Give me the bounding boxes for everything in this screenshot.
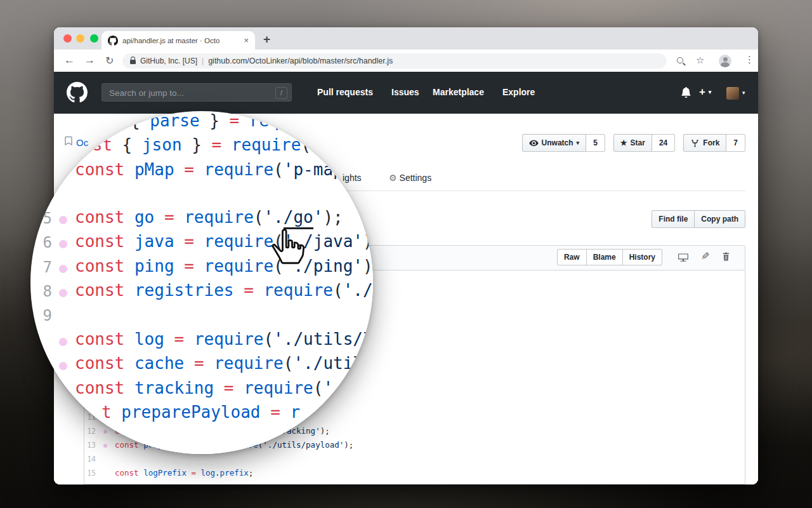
code-token: require [194, 330, 264, 349]
code-text: const go = require('./go'); [75, 208, 343, 227]
repo-breadcrumb[interactable]: Oc [76, 137, 88, 148]
hand-cursor-icon [268, 227, 306, 265]
fork-group: Fork 7 [683, 134, 745, 152]
code-token: log [201, 468, 216, 478]
gear-icon: ⚙ [389, 173, 397, 183]
edit-pencil-icon[interactable]: ✎ [701, 250, 709, 262]
code-token [204, 354, 214, 373]
code-token [174, 160, 185, 179]
code-token: const [75, 281, 124, 300]
code-token: . [215, 468, 220, 478]
caret-down-icon: ▾ [577, 140, 580, 146]
lock-icon [130, 60, 136, 64]
fork-count[interactable]: 7 [726, 134, 745, 152]
code-token [124, 354, 134, 373]
search-input[interactable] [108, 85, 269, 101]
open-desktop-icon[interactable] [678, 251, 689, 263]
octolinker-dot [59, 289, 67, 297]
bookmark-star-icon[interactable]: ☆ [696, 55, 704, 66]
code-token: '. [263, 208, 283, 227]
star-count[interactable]: 24 [652, 134, 675, 152]
octolinker-dot [59, 216, 67, 224]
code-token: = [164, 208, 174, 227]
code-token [124, 257, 134, 276]
avatar-caret-icon[interactable]: ▾ [742, 90, 745, 96]
code-token [124, 232, 134, 251]
octolinker-dot [59, 265, 67, 273]
code-token: ); [323, 208, 343, 227]
code-token [194, 232, 204, 251]
security-label: GitHub, Inc. [US] [140, 57, 197, 65]
nav-explore[interactable]: Explore [502, 87, 535, 97]
close-window-button[interactable] [63, 34, 72, 43]
nav-marketplace[interactable]: Marketplace [433, 87, 484, 97]
forward-icon[interactable]: → [84, 54, 95, 67]
browser-menu-icon[interactable]: ⋮ [745, 54, 754, 65]
delete-trash-icon[interactable] [721, 251, 731, 262]
octolinker-dot [59, 240, 67, 248]
nav-pull-requests[interactable]: Pull requests [317, 87, 373, 97]
code-text: t preparePayload = r [102, 403, 300, 422]
blame-button[interactable]: Blame [587, 249, 623, 265]
browser-profile-avatar[interactable] [719, 55, 731, 67]
code-token [124, 160, 134, 179]
url-text: github.com/OctoLinker/api/blob/master/sr… [208, 57, 393, 65]
copy-path-button[interactable]: Copy path [695, 210, 745, 228]
magnified-code-line: const log = require('./utils/lo [30, 330, 373, 354]
history-button[interactable]: History [623, 249, 662, 265]
line-number: 14 [79, 455, 96, 464]
star-icon: ★ [620, 138, 627, 147]
star-button[interactable]: ★ Star [613, 134, 652, 152]
code-token: ( [254, 208, 264, 227]
octolinker-link[interactable]: /go [284, 208, 313, 229]
back-icon[interactable]: ← [64, 54, 75, 67]
code-token [174, 232, 185, 251]
reload-icon[interactable]: ↻ [105, 55, 114, 67]
code-text: const logPrefix = log.prefix; [115, 468, 253, 478]
fork-button[interactable]: Fork [683, 134, 726, 152]
blob-view-buttons: Raw Blame History [557, 249, 662, 265]
code-token: = [184, 232, 194, 251]
zoom-page-icon[interactable] [677, 57, 683, 64]
github-logo-icon[interactable] [67, 82, 88, 103]
minimize-window-button[interactable] [76, 34, 84, 43]
magnified-code-line: 6const java = require('./java'); [30, 232, 373, 256]
github-search-box: / [102, 83, 292, 102]
browser-address-bar: ← → ↻ GitHub, Inc. [US] | github.com/Oct… [54, 50, 758, 72]
tab-settings[interactable]: ⚙Settings [389, 173, 431, 183]
find-file-button[interactable]: Find file [652, 210, 695, 228]
new-tab-button[interactable]: + [263, 32, 270, 46]
code-token [194, 160, 204, 179]
code-token [233, 281, 244, 300]
magnified-code-line: 9 [30, 305, 373, 329]
nav-issues[interactable]: Issues [391, 87, 419, 97]
code-token: = [184, 257, 194, 276]
code-text: const pMap = require('p-map', [75, 160, 363, 179]
magnifier-circle: { parse } = requnst { json } = require(c… [30, 111, 373, 454]
tab-insights-partial[interactable]: ights [343, 173, 362, 183]
url-field[interactable]: GitHub, Inc. [US] | github.com/OctoLinke… [122, 53, 667, 69]
code-token: = [191, 468, 196, 478]
browser-tab[interactable]: api/handler.js at master · Octo × [102, 31, 255, 50]
code-token [260, 403, 270, 422]
notifications-bell-icon[interactable] [681, 87, 691, 98]
repo-bookmark-icon [64, 136, 73, 146]
code-token: ( [333, 281, 343, 300]
watch-count[interactable]: 5 [586, 134, 605, 152]
github-header: / Pull requests Issues Marketplace Explo… [54, 72, 758, 114]
code-token: require [263, 281, 333, 300]
user-avatar[interactable] [726, 87, 739, 100]
raw-button[interactable]: Raw [557, 249, 587, 265]
magnified-code-line: const pMap = require('p-map', [30, 160, 373, 184]
code-token: const [75, 257, 124, 276]
code-text: const registries = require('./reg [75, 281, 373, 300]
tab-close-icon[interactable]: × [244, 36, 249, 44]
code-token: require [204, 160, 274, 179]
code-token: ); [363, 257, 373, 276]
create-new-icon[interactable]: + ▾ [699, 86, 711, 98]
unwatch-button[interactable]: Unwatch▾ [522, 134, 587, 152]
line-number: 12 [79, 427, 96, 436]
maximize-window-button[interactable] [90, 34, 98, 43]
eye-icon [529, 138, 539, 148]
code-token: const [75, 160, 124, 179]
